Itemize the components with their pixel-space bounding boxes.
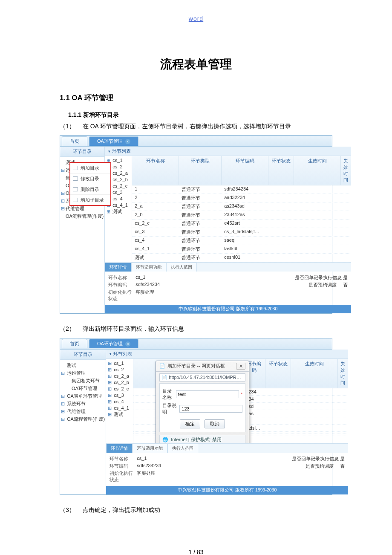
tab-home[interactable]: 首页 <box>62 136 87 146</box>
step-3: （3）点击确定，弹出提示增加成功 <box>60 505 392 515</box>
detail-tabs: 环节详情 环节适用功能 执行人范围 <box>106 443 348 453</box>
sidebar: 环节目录 测试 ⊞运维…… 集团 OA ⊞OA…… ⊞系统环节 ⊞代维管理 OA… <box>60 147 105 313</box>
sidebar: 环节目录 测试⊞ 运维管理 集团相关环节 OA环节管理⊞ OA表单环节管理⊞ 系… <box>60 350 106 494</box>
subtree-item[interactable]: ⊞ cs_1 <box>108 360 131 367</box>
tree-item[interactable]: ⊞ OA流程管理(作废) <box>61 415 105 423</box>
dialog-status: 🌐Internet | 保护模式: 禁用 <box>159 435 245 443</box>
tree-item[interactable]: 集团相关环节 <box>61 377 105 384</box>
catalog-tree[interactable]: 测试⊞ 运维管理 集团相关环节 OA环节管理⊞ OA表单环节管理⊞ 系统环节⊞ … <box>60 360 106 425</box>
detail-panel: 环节名称cs_1 环节编码sdfs234234 初始化执行状态客服处理 是否回单… <box>105 272 351 305</box>
grid: 环节名称环节类型环节编码环节状态生效时间失效时间 1普通环节sdfs234234… <box>132 156 351 262</box>
grid-header: 环节名称环节类型环节编码环节状态生效时间失效时间 <box>132 156 351 185</box>
chevron-down-icon: ▾ <box>108 149 110 153</box>
table-row[interactable]: cs_4普通环节saeq <box>132 237 351 245</box>
name-label: 目录名称 <box>162 388 176 401</box>
folder-icon <box>73 198 78 202</box>
tab-bar: 首页 OA环节管理× <box>60 136 332 147</box>
subtree-item[interactable]: ⊞ cs_2_a <box>108 373 131 379</box>
table-row[interactable]: 2_a普通环节as2343sd <box>132 202 351 211</box>
page-icon: 📄 <box>161 375 167 380</box>
tab-detail[interactable]: 环节详情 <box>106 444 133 453</box>
table-row[interactable]: 2普通环节aad32234 <box>132 194 351 202</box>
catalog-title: 环节目录 <box>60 147 104 157</box>
section-1-1: 1.1 OA 环节管理 <box>60 93 392 103</box>
step-1: （1）在 OA 环节管理页面，左侧环节目录树，右键弹出操作选项，选择增加环节目录 <box>60 121 392 131</box>
tree-item[interactable]: 测试 <box>61 361 105 369</box>
table-row[interactable]: cs_3普通环节cs_3_ladslalsjf… <box>132 228 351 237</box>
folder-icon <box>73 187 78 191</box>
folder-icon <box>73 166 78 170</box>
context-menu: 增加目录 修改目录 删除目录 增加子目录 <box>69 162 111 206</box>
tab-bar: 首页 OA环节管理× <box>60 338 332 350</box>
tab-func[interactable]: 环节适用功能 <box>133 444 167 453</box>
tree-item[interactable]: ⊞ OA表单环节管理 <box>61 392 105 400</box>
tree-item[interactable]: ⊞ 代维管理 <box>61 408 105 415</box>
close-icon[interactable]: × <box>125 341 130 347</box>
add-folder-dialog: 📄增加环节目录 -- 网页对话框 ✕ 📄 http://10.45.47.214… <box>156 361 249 443</box>
subtree-item[interactable]: ⊞ 测试 <box>108 411 131 418</box>
ok-button[interactable]: 确定 <box>180 419 200 428</box>
chevron-down-icon: ▾ <box>110 352 112 356</box>
grid: 环节编码环节状态生效时间失效时间 42342348sd2asrtladslals… <box>133 359 348 443</box>
screenshot-2: 首页 OA环节管理× 环节目录 测试⊞ 运维管理 集团相关环节 OA环节管理⊞ … <box>60 338 332 495</box>
ctx-delete-folder[interactable]: 删除目录 <box>70 184 110 195</box>
table-row[interactable]: 2_b普通环节233412as <box>132 211 351 220</box>
table-row[interactable]: cs_2_c普通环节e452srt <box>132 220 351 228</box>
subtree-item[interactable]: ⊞ cs_2 <box>108 367 131 373</box>
step-2: （2）弹出新增环节目录面板，输入环节信息 <box>60 324 392 333</box>
globe-icon: 🌐 <box>162 437 168 442</box>
subtree-item[interactable]: ⊞ cs_4 <box>108 399 131 405</box>
detail-tabs: 环节详情 环节适用功能 执行人范围 <box>105 262 351 272</box>
dialog-url: 📄 http://10.45.47.214:8011/IOMPROJ/oa/ta… <box>159 373 245 382</box>
tab-exec[interactable]: 执行人范围 <box>166 263 197 272</box>
list-title: ▾环节列表 <box>105 147 351 156</box>
ctx-add-folder[interactable]: 增加目录 <box>70 163 110 173</box>
tree-item[interactable]: ⊞ 系统环节 <box>61 400 105 408</box>
tab-detail[interactable]: 环节详情 <box>105 263 131 272</box>
subtree-item[interactable]: ⊞ cs_4_1 <box>108 405 131 411</box>
tab-exec[interactable]: 执行人范围 <box>167 444 198 453</box>
list-title: ▾环节列表 <box>106 350 348 359</box>
table-row[interactable]: cs_4_1普通环节laslkdl <box>132 245 351 254</box>
app-footer: 中兴软创科技股份有限公司 版权所有 1999-2030 <box>106 486 348 494</box>
ctx-add-subfolder[interactable]: 增加子目录 <box>70 195 110 205</box>
table-row[interactable]: 测试普通环节ceshi01 <box>132 254 351 262</box>
folder-name-input[interactable] <box>176 390 239 398</box>
table-row[interactable]: 1普通环节sdfs234234 <box>132 185 351 194</box>
subtree-item[interactable]: ⊞ cs_2_b <box>108 379 131 386</box>
tab-oa[interactable]: OA环节管理× <box>89 136 138 146</box>
subtree-item[interactable]: ⊞ cs_3 <box>108 392 131 399</box>
header-link[interactable]: word <box>0 15 392 22</box>
tab-oa[interactable]: OA环节管理× <box>89 339 138 348</box>
dialog-title: 增加环节目录 -- 网页对话框 <box>167 363 225 369</box>
tree-item[interactable]: ⊞ 运维管理 <box>61 369 105 377</box>
app-footer: 中兴软创科技股份有限公司 版权所有 1999-2030 <box>105 305 351 313</box>
tab-home[interactable]: 首页 <box>62 339 87 348</box>
doc-title: 流程表单管理 <box>0 56 392 72</box>
close-icon[interactable]: × <box>125 139 130 144</box>
desc-label: 目录说明 <box>162 402 179 415</box>
page-icon: 📄 <box>159 363 165 369</box>
cancel-button[interactable]: 取消 <box>205 419 225 428</box>
folder-desc-input[interactable] <box>179 405 242 413</box>
screenshot-1: 首页 OA环节管理× 环节目录 测试 ⊞运维…… 集团 OA ⊞OA…… ⊞系统… <box>60 135 332 314</box>
folder-icon <box>73 176 78 181</box>
section-1-1-1: 1.1.1 新增环节目录 <box>68 111 392 119</box>
catalog-tree[interactable]: 测试 ⊞运维…… 集团 OA ⊞OA…… ⊞系统环节 ⊞代维管理 OA流程管理(… <box>60 157 104 222</box>
subtree-item[interactable]: ⊞ 测试 <box>107 208 130 215</box>
ctx-edit-folder[interactable]: 修改目录 <box>70 173 110 184</box>
dialog-close-button[interactable]: ✕ <box>236 363 245 370</box>
tree-item[interactable]: OA环节管理 <box>61 384 105 392</box>
catalog-title: 环节目录 <box>60 350 106 360</box>
subtree[interactable]: ⊞ cs_1⊞ cs_2⊞ cs_2_a⊞ cs_2_b⊞ cs_2_c⊞ cs… <box>106 359 133 443</box>
page-number: 1 / 83 <box>0 549 392 555</box>
required-mark: * <box>241 392 242 397</box>
subtree-item[interactable]: ⊞ cs_2_c <box>108 386 131 392</box>
tab-func[interactable]: 环节适用功能 <box>131 263 166 272</box>
detail-panel: 环节名称cs_1 环节编码sdfs234234 初始化执行状态客服处理 是否回单… <box>106 453 348 486</box>
